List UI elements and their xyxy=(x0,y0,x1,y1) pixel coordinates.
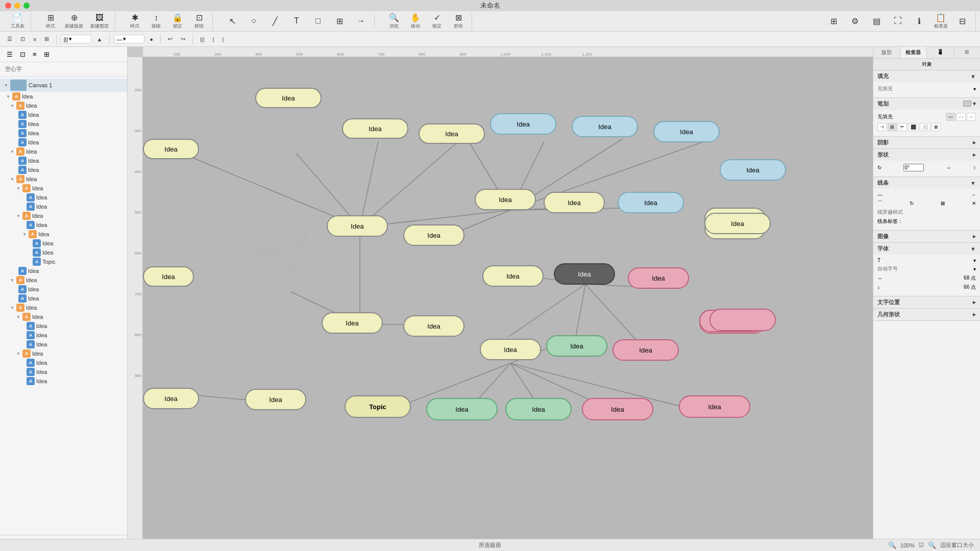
check-btn[interactable]: 📋 检查器 xyxy=(932,12,950,31)
stroke-color-swatch[interactable] xyxy=(963,101,971,107)
node-topic[interactable]: Topic xyxy=(345,395,411,418)
toolbar2-select1[interactable]: ||| ▾ xyxy=(61,35,91,43)
close-button[interactable] xyxy=(5,3,11,9)
panel-btn[interactable]: ▤ xyxy=(867,15,886,28)
list-item[interactable]: A Idea xyxy=(0,248,127,257)
node-idea[interactable]: Idea xyxy=(618,192,684,213)
font-expand2[interactable]: ▾ xyxy=(973,266,976,272)
text-tool-btn[interactable]: T xyxy=(287,15,306,27)
tab-mobile[interactable]: 📱 xyxy=(927,47,954,58)
list-item[interactable]: ▼ A Idea xyxy=(0,276,127,285)
toolbar2-list-icon[interactable]: ≡ xyxy=(30,35,39,43)
list-item[interactable]: ▼ A Idea xyxy=(0,349,127,358)
geo-shape-expand[interactable]: ▸ xyxy=(973,311,976,318)
node-idea[interactable]: Idea xyxy=(327,215,388,237)
settings-btn[interactable]: ⚙ xyxy=(846,15,864,28)
line-recalc-icon[interactable]: ↻ xyxy=(910,201,914,206)
list-item[interactable]: ▼ A Idea xyxy=(0,174,127,184)
section-stroke-header[interactable]: 笔划 ▾ xyxy=(873,98,980,110)
list-item[interactable]: ▼ A Idea xyxy=(0,303,127,312)
line-tool-btn[interactable]: ╱ xyxy=(266,15,284,28)
confirm-btn[interactable]: ✓ 锁定 xyxy=(428,12,446,31)
font-expand[interactable]: ▼ xyxy=(970,246,976,252)
node-idea[interactable]: Idea xyxy=(322,312,383,334)
list-item[interactable]: A Idea xyxy=(0,119,127,129)
node-idea[interactable]: Idea xyxy=(582,398,653,420)
image-expand[interactable]: ▸ xyxy=(973,233,976,240)
list-item[interactable]: ▼ A Idea xyxy=(0,184,127,193)
list-item[interactable]: A Idea xyxy=(0,367,127,377)
plus-tool-btn[interactable]: ⊞ xyxy=(330,15,349,28)
node-idea[interactable]: Idea xyxy=(403,224,464,246)
toolbar2-table-icon[interactable]: ⊞ xyxy=(41,35,52,43)
grid2-btn[interactable]: ⊟ xyxy=(953,15,971,28)
view-grid-btn[interactable]: ⊞ xyxy=(824,15,843,28)
rotate-input[interactable] xyxy=(903,164,924,171)
node-idea[interactable]: Idea xyxy=(480,339,541,360)
list-item[interactable]: A Idea xyxy=(0,138,127,147)
list-item-topic[interactable]: A Topic xyxy=(0,257,127,266)
toolbar2-layers-icon[interactable]: ☰ xyxy=(4,35,15,43)
node-idea[interactable]: Idea xyxy=(505,398,572,420)
node-idea[interactable]: Idea xyxy=(612,339,679,361)
list-item[interactable]: A Idea xyxy=(0,239,127,248)
stroke-dashed-btn[interactable]: - - xyxy=(957,113,966,121)
sidebar-arrange-btn[interactable]: ⊡ xyxy=(17,49,28,60)
toolbar-style-btn[interactable]: ⊞ 样式 xyxy=(41,12,60,31)
list-item[interactable]: ▼ A Idea xyxy=(0,230,127,239)
canvas-content[interactable]: MacW.com xyxy=(143,57,873,551)
node-idea[interactable]: Idea xyxy=(255,88,322,108)
node-idea[interactable]: Idea xyxy=(143,139,199,159)
tab-inspector[interactable]: 检查器 xyxy=(900,47,927,58)
shape-tool-btn[interactable]: ○ xyxy=(244,15,263,27)
tab-banxing[interactable]: 版型 xyxy=(873,47,900,58)
node-idea[interactable]: Idea xyxy=(342,118,408,139)
toolbar2-redo[interactable]: ↪ xyxy=(178,35,188,43)
node-idea[interactable]: Idea xyxy=(143,266,194,287)
fill-expand[interactable]: ▾ xyxy=(973,86,976,92)
fit-window-btn[interactable]: 适应窗口大小 xyxy=(940,541,974,549)
node-idea[interactable]: Idea xyxy=(544,192,605,213)
select-tool-btn[interactable]: ↖ xyxy=(223,15,241,28)
node-idea[interactable]: Idea xyxy=(628,267,689,289)
section-shape-header[interactable]: 形状 ▸ xyxy=(873,149,980,161)
rect-tool-btn[interactable]: □ xyxy=(309,15,327,27)
toolbar-file-btn[interactable]: 📄 工具条 xyxy=(8,12,27,31)
font-size-expand[interactable]: ▾ xyxy=(973,258,976,263)
node-idea[interactable]: Idea xyxy=(546,335,607,357)
line-delete-icon[interactable]: ✕ xyxy=(972,201,976,206)
node-idea[interactable]: Idea xyxy=(653,121,720,142)
section-image-header[interactable]: 图像 ▸ xyxy=(873,231,980,242)
canvas-area[interactable]: 200 300 400 500 600 700 800 900 1,000 1,… xyxy=(128,47,873,551)
toolbar2-arrange-icon[interactable]: ⊡ xyxy=(17,35,28,43)
list-item[interactable]: ▼ A Idea xyxy=(0,92,127,101)
node-idea[interactable]: Idea xyxy=(403,315,464,337)
sidebar-table-btn[interactable]: ⊞ xyxy=(41,49,52,60)
list-item[interactable]: A Idea xyxy=(0,202,127,211)
lines-expand[interactable]: ▼ xyxy=(970,180,976,186)
stroke-dotted-btn[interactable]: ··· xyxy=(967,113,976,121)
text-pos-expand[interactable]: ▸ xyxy=(973,299,976,306)
toolbar2-select2[interactable]: — ▾ xyxy=(114,35,144,43)
toolbar-new-canvas-btn[interactable]: ⊕ 新建版面 xyxy=(63,12,85,31)
info-btn[interactable]: ℹ xyxy=(910,15,928,28)
maximize-button[interactable] xyxy=(23,3,30,9)
list-item[interactable]: A Idea xyxy=(0,321,127,331)
toolbar-move-btn[interactable]: ↕ 移除 xyxy=(147,12,165,31)
section-text-position-header[interactable]: 文字位置 ▸ xyxy=(873,296,980,308)
toolbar2-up-icon[interactable]: ▲ xyxy=(93,35,105,43)
node-idea[interactable]: Idea xyxy=(720,159,786,181)
list-item[interactable]: ▼ A Idea xyxy=(0,211,127,220)
node-idea[interactable]: Idea xyxy=(704,213,771,234)
zoom-checkbox[interactable]: ☑ xyxy=(919,542,924,548)
node-idea[interactable]: Idea xyxy=(554,263,615,285)
sidebar-list-btn[interactable]: ≡ xyxy=(30,49,39,60)
shape-expand[interactable]: ▸ xyxy=(973,152,976,158)
align-left-btn[interactable]: ⊣ xyxy=(877,123,887,131)
list-item[interactable]: A Idea xyxy=(0,358,127,367)
align-center-btn[interactable]: ⊞ xyxy=(888,123,897,131)
browse-btn[interactable]: 🔍 浏览 xyxy=(385,12,403,31)
zoom-in-btn[interactable]: 🔍 xyxy=(928,541,936,549)
list-item[interactable]: ▼ A Idea xyxy=(0,147,127,156)
list-item[interactable]: A Idea xyxy=(0,377,127,386)
